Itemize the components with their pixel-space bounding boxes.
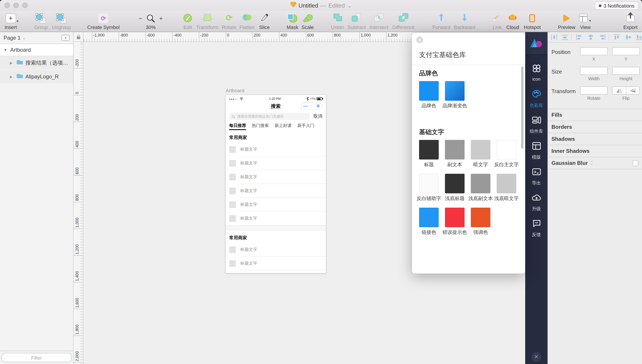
- position-x-input[interactable]: [580, 47, 608, 55]
- color-swatch-错误提示色[interactable]: 错误提示色: [445, 208, 465, 235]
- align-center-h-icon[interactable]: [587, 34, 594, 42]
- sidebar-layer-0[interactable]: ▶搜索结果（选项…: [0, 56, 73, 70]
- toolbar-scale-button[interactable]: Scale: [301, 12, 314, 30]
- plugin-item-模版[interactable]: 模版: [531, 141, 541, 158]
- toolbar-rotate-button[interactable]: ⟳Rotate: [222, 12, 237, 30]
- blur-type-stepper-icon[interactable]: ⌃⌄: [590, 161, 593, 165]
- inspector-section-fills[interactable]: Fills: [548, 109, 642, 121]
- distribute-horizontal-icon[interactable]: [551, 34, 558, 42]
- toolbar-union-button[interactable]: Union: [331, 12, 344, 30]
- color-swatch-强调色[interactable]: 强调色: [471, 208, 490, 235]
- disclosure-closed-icon[interactable]: ▶: [10, 75, 14, 79]
- page-selector[interactable]: Page 1 ⌄ ▼: [0, 32, 73, 44]
- lock-icon[interactable]: [77, 36, 80, 39]
- inspector-section-borders[interactable]: Borders: [548, 121, 642, 133]
- align-middle-icon[interactable]: [624, 34, 632, 42]
- height-input[interactable]: [612, 67, 640, 75]
- title-caret-icon[interactable]: ⌄: [347, 2, 352, 9]
- toolbar-forward-button[interactable]: Forward: [432, 12, 450, 30]
- disclosure-open-icon[interactable]: ▼: [4, 48, 8, 52]
- phone-list-row: 标题文字: [229, 257, 322, 270]
- color-swatch-反白辅助字[interactable]: 反白辅助字: [419, 174, 439, 202]
- color-swatch-浅底暗文字[interactable]: 浅底暗文字: [497, 174, 516, 202]
- color-swatch-浅底副文本[interactable]: 浅底副文本: [471, 174, 490, 202]
- inspector-section-inner-shadows[interactable]: Inner Shadows: [548, 145, 642, 157]
- toolbar-edit-button[interactable]: Edit: [184, 12, 192, 30]
- toolbar-link-button[interactable]: Link: [492, 12, 502, 30]
- toolbar-insert-button[interactable]: +▼Insert: [5, 12, 17, 30]
- toolbar-export-button[interactable]: Export: [623, 12, 637, 30]
- notifications-badge[interactable]: 3 Notifications: [595, 1, 638, 10]
- color-swatch-标题[interactable]: 标题: [419, 140, 439, 168]
- color-swatch-链接色[interactable]: 链接色: [419, 208, 439, 235]
- toolbar-view-button[interactable]: ▼View: [579, 12, 592, 30]
- toolbar-ungroup-button[interactable]: Ungroup: [52, 12, 71, 30]
- page-list-toggle-icon[interactable]: ▼: [62, 35, 70, 41]
- swatch-color[interactable]: [445, 140, 465, 160]
- plugin-item-组件库[interactable]: 组件库: [530, 115, 543, 132]
- color-swatch-反白主文字[interactable]: 反白主文字: [497, 140, 516, 168]
- swatch-color[interactable]: [445, 81, 465, 101]
- plugin-item-导出[interactable]: 导出: [531, 167, 541, 184]
- toolbar-zoom-button[interactable]: −+30%: [139, 12, 163, 30]
- sidebar-layer-1[interactable]: ▶AlipayLogo_R: [0, 70, 73, 84]
- swatch-color[interactable]: [497, 174, 516, 193]
- v-ruler-label: -200: [75, 59, 79, 67]
- swatch-color[interactable]: [419, 81, 439, 101]
- toolbar-preview-button[interactable]: Preview: [558, 12, 575, 30]
- color-swatch-暗文字[interactable]: 暗文字: [471, 140, 490, 168]
- align-top-icon[interactable]: [613, 34, 620, 42]
- color-swatch-品牌渐变色[interactable]: 品牌渐变色: [445, 81, 465, 109]
- flip-horizontal-button[interactable]: [612, 87, 626, 94]
- swatch-color[interactable]: [419, 174, 439, 193]
- toolbar-mask-button[interactable]: Mask: [287, 12, 298, 30]
- color-swatch-副文本[interactable]: 副文本: [445, 140, 465, 168]
- filter-input[interactable]: [1, 353, 72, 362]
- toolbar-backward-button[interactable]: Backward: [454, 12, 475, 30]
- artboard-title[interactable]: Artboard: [226, 88, 244, 93]
- swatch-color[interactable]: [471, 174, 490, 193]
- swatch-color[interactable]: [471, 208, 490, 227]
- align-left-icon[interactable]: [575, 34, 583, 42]
- swatch-color[interactable]: [419, 208, 439, 227]
- toolbar-slice-button[interactable]: Slice: [259, 12, 270, 30]
- swatch-color[interactable]: [471, 140, 490, 160]
- swatch-color[interactable]: [497, 140, 516, 160]
- toolbar-hotspot-button[interactable]: Hotspot: [524, 12, 541, 30]
- v-ruler-label: 1,200: [75, 244, 79, 254]
- toolbar-cloud-button[interactable]: Cloud: [506, 12, 519, 30]
- distribute-vertical-icon[interactable]: [561, 34, 568, 42]
- plugin-item-色彩库[interactable]: 色彩库: [530, 89, 543, 106]
- toolbar-flatten-button[interactable]: Flatten: [239, 12, 254, 30]
- disclosure-closed-icon[interactable]: ▶: [10, 61, 14, 65]
- toolbar-difference-button[interactable]: Difference: [392, 12, 415, 30]
- color-swatch-品牌色[interactable]: 品牌色: [419, 81, 439, 109]
- swatch-color[interactable]: [445, 174, 465, 193]
- toolbar-group-button[interactable]: Group: [34, 12, 48, 30]
- rotate-input[interactable]: [580, 86, 608, 94]
- width-input[interactable]: [580, 67, 608, 75]
- position-y-input[interactable]: [612, 47, 640, 55]
- align-right-icon[interactable]: [599, 34, 606, 42]
- toolbar-subtract-button[interactable]: Subtract: [348, 12, 366, 30]
- align-bottom-icon[interactable]: [635, 34, 642, 42]
- gaussian-blur-section[interactable]: Gaussian Blur ⌃⌄: [548, 157, 642, 169]
- gaussian-blur-checkbox[interactable]: [633, 160, 638, 166]
- swatch-color[interactable]: [445, 208, 465, 227]
- toolbar-transform-button[interactable]: Transform: [196, 12, 218, 30]
- plugin-item-icon[interactable]: icon: [531, 63, 541, 80]
- toolbar-create-symbol-button[interactable]: ⟳Create Symbol: [87, 12, 120, 30]
- flip-vertical-button[interactable]: [626, 87, 639, 94]
- sidebar-item-artboard[interactable]: ▼ Artboard: [0, 44, 73, 56]
- plugin-item-升级[interactable]: 升级: [531, 192, 541, 210]
- plugin-item-反馈[interactable]: 反馈: [531, 218, 541, 235]
- plugin-close-icon[interactable]: ✕: [531, 352, 541, 362]
- toolbar-insert-label: Insert: [5, 24, 17, 30]
- artboard[interactable]: ●●●○○ 1:20 PM 77% 搜索: [226, 95, 326, 273]
- color-swatch-浅底标题[interactable]: 浅底标题: [445, 174, 465, 202]
- panel-scrollbar[interactable]: [521, 66, 523, 149]
- swatch-color[interactable]: [419, 140, 439, 160]
- panel-close-icon[interactable]: ✕: [416, 36, 423, 43]
- toolbar-intersect-button[interactable]: Intersect: [370, 12, 388, 30]
- inspector-section-shadows[interactable]: Shadows: [548, 133, 642, 145]
